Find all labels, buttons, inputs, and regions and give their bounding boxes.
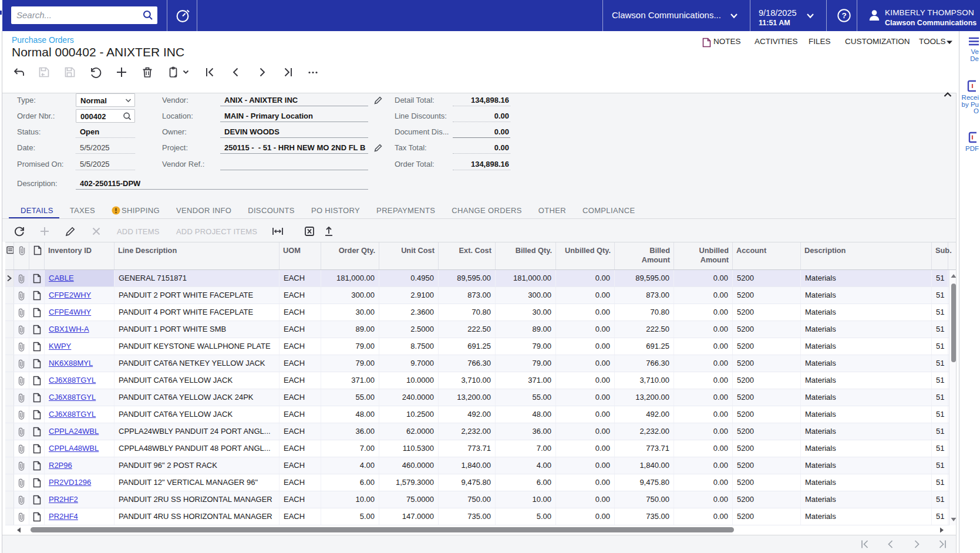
refresh-icon[interactable] [14, 225, 25, 237]
cell-ext-cost[interactable]: 735.00 [439, 508, 496, 525]
cell-unit-cost[interactable]: 1,579.3000 [379, 474, 439, 491]
cell-account-description[interactable]: Materials [801, 304, 932, 321]
row-marker[interactable] [5, 508, 14, 525]
cell-unbilled-amount[interactable]: 0.00 [674, 491, 733, 508]
cell-unit-cost[interactable]: 2.9100 [379, 287, 439, 304]
cell-unit-cost[interactable]: 2.3600 [379, 304, 439, 321]
cell-unbilled-qty[interactable]: 0.00 [556, 440, 615, 457]
cell-order-qty[interactable]: 55.00 [321, 389, 379, 406]
row-marker[interactable] [5, 491, 14, 508]
tab-taxes[interactable]: TAXES [70, 206, 95, 215]
cell-inventory-id[interactable]: CFPE2WHY [45, 287, 114, 304]
cell-unbilled-amount[interactable]: 0.00 [674, 372, 733, 389]
cell-unit-cost[interactable]: 240.0000 [379, 389, 439, 406]
attachment-icon[interactable] [14, 270, 29, 286]
cell-unit-cost[interactable]: 2.5000 [379, 321, 439, 338]
tab-prepayments[interactable]: PREPAYMENTS [376, 206, 435, 215]
row-marker[interactable] [5, 389, 14, 406]
cell-line-description[interactable]: PANDUIT CAT6A YELLOW JACK [114, 406, 279, 423]
tab-discounts[interactable]: DISCOUNTS [248, 206, 295, 215]
cell-account-description[interactable]: Materials [801, 457, 932, 474]
cell-account[interactable]: 5200 [733, 338, 801, 355]
cell-billed-qty[interactable]: 48.00 [496, 406, 556, 423]
cell-unbilled-amount[interactable]: 0.00 [674, 389, 733, 406]
cell-order-qty[interactable]: 5.00 [321, 508, 379, 525]
grid-row-6[interactable]: NK6X88MYLPANDUIT CAT6A NETKEY YELLOW JAC… [5, 355, 949, 372]
grid-row-1[interactable]: CABLEGENERAL 7151871EACH181,000.000.4950… [5, 270, 949, 287]
tab-details[interactable]: DETAILS [21, 206, 53, 215]
cell-account-description[interactable]: Materials [801, 491, 932, 508]
cell-sub[interactable]: 51 [932, 355, 948, 372]
row-marker[interactable] [5, 304, 14, 321]
chevron-down-icon[interactable] [124, 98, 132, 103]
cell-billed-qty[interactable]: 30.00 [496, 304, 556, 321]
cell-uom[interactable]: EACH [279, 355, 321, 372]
cell-billed-amount[interactable]: 70.80 [615, 304, 674, 321]
row-marker[interactable] [5, 406, 14, 423]
cell-line-description[interactable]: GENERAL 7151871 [114, 270, 279, 286]
column-header-account[interactable]: Account [733, 242, 801, 269]
cell-ext-cost[interactable]: 492.00 [439, 406, 496, 423]
cell-line-description[interactable]: PANDUIT CAT6A YELLOW JACK 24PK [114, 389, 279, 406]
delete-record-button[interactable] [141, 66, 154, 79]
note-icon[interactable] [29, 270, 45, 286]
pager-first-icon[interactable] [859, 538, 871, 550]
cell-ext-cost[interactable]: 773.71 [439, 440, 496, 457]
cell-line-description[interactable]: PANDUIT 2 PORT WHITE FACEPLATE [114, 287, 279, 304]
attachment-icon[interactable] [14, 321, 29, 338]
cell-unbilled-qty[interactable]: 0.00 [556, 491, 615, 508]
promised-on-field[interactable]: 5/5/2025 [76, 157, 135, 170]
cell-order-qty[interactable]: 79.00 [321, 355, 379, 372]
search-input[interactable] [16, 7, 140, 22]
cell-sub[interactable]: 51 [932, 440, 948, 457]
cell-ext-cost[interactable]: 766.30 [439, 355, 496, 372]
grid-row-11[interactable]: CPPLA48WBLCPPLA48WBLY PANDUIT 48 PORT AN… [5, 440, 949, 457]
side-panel-item-receipts[interactable]: Recei by Pu O [959, 80, 980, 115]
business-time[interactable]: 11:51 AM [759, 19, 790, 27]
cell-billed-amount[interactable]: 222.50 [615, 321, 674, 338]
note-icon[interactable] [29, 457, 45, 474]
cell-account[interactable]: 5200 [733, 304, 801, 321]
attachment-icon[interactable] [14, 355, 29, 372]
note-icon[interactable] [29, 474, 45, 491]
global-search[interactable] [11, 6, 157, 24]
pager-last-icon[interactable] [937, 538, 948, 550]
cell-ext-cost[interactable]: 3,710.00 [439, 372, 496, 389]
attachment-icon[interactable] [14, 287, 29, 304]
row-marker[interactable] [5, 355, 14, 372]
column-header-unbilled-qty[interactable]: Unbilled Qty. [556, 242, 615, 269]
cell-account[interactable]: 5200 [733, 270, 801, 286]
notes-icon[interactable] [702, 38, 711, 48]
side-panel-item-vendor-details[interactable]: Ve De [959, 36, 980, 62]
inventory-link[interactable]: PR2VD1296 [49, 478, 91, 487]
cell-inventory-id[interactable]: CPPLA48WBL [45, 440, 114, 457]
cell-billed-qty[interactable]: 79.00 [496, 355, 556, 372]
business-date[interactable]: 9/18/2025 [759, 8, 797, 18]
project-edit-icon[interactable] [373, 143, 383, 153]
cell-billed-amount[interactable]: 873.00 [615, 287, 674, 304]
cell-line-description[interactable]: PANDUIT CAT6A NETKEY YELLOW JACK [114, 355, 279, 372]
cell-inventory-id[interactable]: PR2VD1296 [45, 474, 114, 491]
cell-account-description[interactable]: Materials [801, 389, 932, 406]
more-actions-button[interactable] [307, 66, 319, 79]
column-header-uom[interactable]: UOM [279, 242, 321, 269]
horizontal-scrollbar-thumb[interactable] [31, 527, 734, 532]
cell-line-description[interactable]: PANDUIT CAT6A YELLOW JACK [114, 372, 279, 389]
vendor-edit-icon[interactable] [373, 96, 383, 105]
copy-paste-caret-icon[interactable] [182, 69, 190, 75]
cell-sub[interactable]: 51 [932, 287, 948, 304]
cell-unit-cost[interactable]: 110.5300 [379, 440, 439, 457]
cell-ext-cost[interactable]: 873.00 [439, 287, 496, 304]
project-field[interactable]: 250115 - - 51 - HRH NEW MO 2ND FL B [220, 141, 368, 154]
cell-order-qty[interactable]: 79.00 [321, 338, 379, 355]
cell-billed-qty[interactable]: 89.00 [496, 321, 556, 338]
cell-unbilled-qty[interactable]: 0.00 [556, 406, 615, 423]
cell-sub[interactable]: 51 [932, 338, 948, 355]
cell-inventory-id[interactable]: KWPY [45, 338, 114, 355]
cell-billed-qty[interactable]: 55.00 [496, 389, 556, 406]
cell-inventory-id[interactable]: CPPLA24WBL [45, 423, 114, 440]
grid-row-13[interactable]: PR2VD1296PANDUIT 12" VERTICAL MANAGER 96… [5, 474, 949, 491]
last-record-button[interactable] [281, 66, 294, 79]
activities-button[interactable]: ACTIVITIES [755, 37, 798, 46]
side-panel-item-pdf[interactable]: PDF [959, 131, 980, 153]
